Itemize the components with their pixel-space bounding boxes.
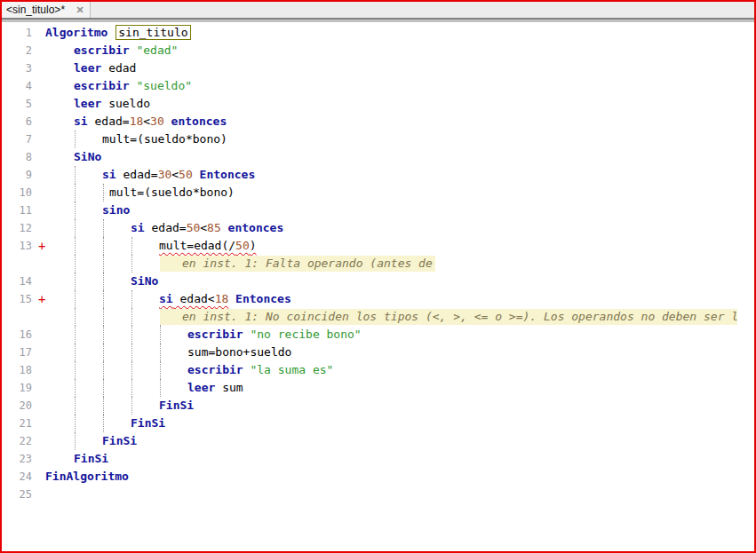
code-text: si edad=50<85 entonces [131, 219, 283, 237]
indent-guide [131, 379, 132, 397]
line-number: 11 [2, 201, 32, 219]
error-message: en inst. 1: Falta operando (antes de /). [160, 256, 435, 272]
line-number: 13 [2, 237, 32, 255]
code-token: < [200, 221, 207, 234]
code-line[interactable]: 17sum=bono+sueldo [2, 344, 754, 361]
tab-sin-titulo[interactable]: <sin_titulo>* ✕ [2, 2, 91, 18]
code-text: escribir "no recibe bono" [187, 326, 362, 344]
code-text: Algoritmo sin_titulo [45, 24, 191, 42]
error-marker-icon[interactable]: + [38, 237, 45, 255]
code-token: Entonces [200, 168, 256, 181]
code-token: "la suma es" [250, 363, 333, 376]
code-token: edad= [145, 221, 187, 234]
code-line[interactable]: 22FinSi [2, 432, 754, 450]
code-line[interactable]: 15+si edad<18 Entonces [2, 290, 754, 308]
code-line[interactable]: 7mult=(sueldo*bono) [2, 130, 754, 148]
indent-guide [131, 237, 132, 255]
code-line[interactable]: 16escribir "no recibe bono" [2, 326, 754, 344]
code-token: si [159, 292, 173, 305]
code-text: si edad=30<50 Entonces [102, 166, 255, 184]
code-line[interactable]: 11sino [2, 201, 754, 219]
code-text: si edad<18 Entonces [159, 290, 291, 308]
indent-guide [75, 361, 76, 379]
code-text: sino [102, 201, 130, 219]
code-token: leer [187, 381, 215, 394]
code-token: 30 [150, 115, 164, 128]
code-token: edad [101, 61, 136, 75]
code-token: edad< [173, 292, 215, 305]
error-marker-icon[interactable]: + [38, 290, 45, 308]
indent-guide [75, 219, 76, 237]
line-number: 16 [2, 326, 32, 344]
code-text: SiNo [131, 273, 158, 290]
tab-title: <sin_titulo>* [6, 4, 68, 16]
error-row[interactable]: en inst. 1: No coinciden los tipos (<, >… [2, 308, 754, 326]
indent-guide [160, 344, 161, 361]
indent-guide [75, 379, 76, 397]
code-token: < [143, 115, 150, 128]
indent-guide [103, 290, 104, 308]
code-token: edad= [116, 168, 158, 181]
indent-guide [75, 397, 76, 415]
code-line[interactable]: 21FinSi [2, 415, 754, 432]
code-line[interactable]: 23FinSi [2, 450, 754, 468]
code-editor[interactable]: 1Algoritmo sin_titulo2escribir "edad"3le… [2, 22, 754, 551]
code-token: si [74, 115, 88, 128]
indent-guide [75, 344, 76, 361]
line-number: 8 [2, 148, 32, 166]
indent-guide [103, 237, 104, 255]
line-number: 6 [2, 113, 32, 130]
indent-guide [131, 290, 132, 308]
indent-guide [75, 237, 76, 255]
indent-guide [75, 184, 76, 201]
code-line[interactable]: 20FinSi [2, 397, 754, 415]
error-row[interactable]: en inst. 1: Falta operando (antes de /). [2, 255, 754, 273]
code-line[interactable]: 14SiNo [2, 273, 754, 290]
code-token: edad= [88, 115, 130, 128]
line-number: 24 [2, 468, 32, 486]
code-token: "no recibe bono" [250, 328, 361, 341]
code-line[interactable]: 9si edad=30<50 Entonces [2, 166, 754, 184]
code-text: si edad=18<30 entonces [74, 113, 227, 130]
code-line[interactable]: 3leer edad [2, 59, 754, 77]
code-token: 30 [158, 168, 172, 181]
code-line[interactable]: 10mult=(sueldo*bono) [2, 184, 754, 201]
code-token: FinSi [159, 399, 194, 412]
code-text: FinSi [74, 450, 108, 468]
code-token: si [131, 221, 145, 234]
code-line[interactable]: 6si edad=18<30 entonces [2, 113, 754, 130]
indent-guide [103, 379, 104, 397]
close-icon[interactable]: ✕ [76, 4, 84, 16]
indent-guide [103, 273, 104, 290]
code-token: 50 [235, 239, 250, 252]
code-token: escribir [187, 328, 243, 341]
code-line[interactable]: 5leer sueldo [2, 95, 754, 113]
code-token: sum=bono+sueldo [187, 345, 291, 359]
code-token: "edad" [136, 43, 178, 57]
indent-guide [160, 361, 161, 379]
code-line[interactable]: 12si edad=50<85 entonces [2, 219, 754, 237]
code-text: FinSi [131, 415, 165, 432]
code-line[interactable]: 24FinAlgoritmo [2, 468, 754, 486]
line-number: 25 [2, 486, 32, 503]
code-token: Entonces [235, 292, 291, 305]
code-line[interactable]: 2escribir "edad" [2, 42, 754, 59]
indent-guide [103, 415, 104, 432]
code-token: FinAlgoritmo [45, 470, 129, 483]
code-line[interactable]: 8SiNo [2, 148, 754, 166]
code-token: sino [102, 203, 130, 217]
code-line[interactable]: 13+mult=edad(/50) [2, 237, 754, 255]
indent-guide [103, 326, 104, 344]
indent-guide [131, 326, 132, 344]
code-line[interactable]: 25 [2, 486, 754, 503]
code-line[interactable]: 19leer sum [2, 379, 754, 397]
code-text: FinAlgoritmo [45, 468, 129, 486]
code-line[interactable]: 18escribir "la suma es" [2, 361, 754, 379]
code-text: sum=bono+sueldo [187, 344, 291, 361]
line-number: 19 [2, 379, 32, 397]
code-line[interactable]: 1Algoritmo sin_titulo [2, 24, 754, 42]
code-line[interactable]: 4escribir "sueldo" [2, 77, 754, 95]
indent-guide [103, 219, 104, 237]
line-number: 15 [2, 290, 32, 308]
code-text: mult=(sueldo*bono) [109, 184, 235, 201]
